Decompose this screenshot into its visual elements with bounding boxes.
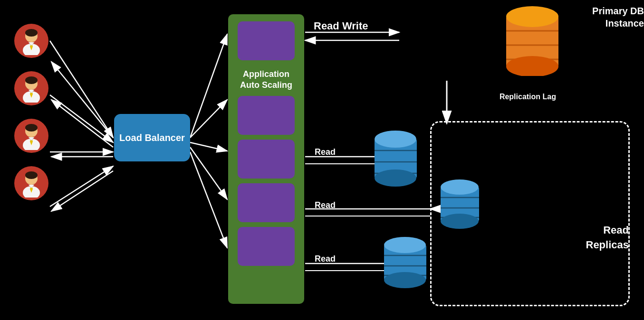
app-box-1 [238,21,295,60]
user-avatar-4 [14,166,48,200]
svg-point-40 [25,124,38,132]
svg-point-26 [25,29,38,37]
user-avatar-3 [14,119,48,153]
load-balancer-label: Load Balancer [119,132,185,143]
read-label-3: Read [315,254,336,264]
svg-point-33 [25,76,38,84]
svg-point-60 [375,131,416,148]
replication-lag-label: Replication Lag [500,93,556,101]
read-write-label: Read Write [314,20,368,32]
app-scaling-label: ApplicationAuto Scaling [240,69,292,91]
svg-point-76 [384,272,426,288]
svg-point-72 [384,237,426,253]
replica-db-2 [437,176,482,232]
svg-line-15 [190,152,227,248]
replica-db-3 [380,233,430,292]
app-box-2 [238,96,295,135]
svg-line-3 [50,41,113,138]
svg-point-66 [441,179,479,195]
svg-line-12 [190,100,227,138]
svg-line-9 [50,166,113,207]
svg-line-13 [190,142,227,151]
primary-db-label: Primary DBInstance [568,5,644,29]
svg-line-4 [51,62,113,138]
svg-point-64 [375,169,416,187]
svg-line-10 [51,171,113,211]
user-avatar-2 [14,71,48,105]
user-avatar-1 [14,24,48,58]
svg-point-70 [441,214,479,229]
users-column [14,24,48,200]
app-box-5 [238,227,295,266]
read-label-2: Read [315,200,336,210]
primary-db-icon [501,0,563,78]
svg-line-5 [50,95,113,142]
svg-line-14 [190,147,227,199]
svg-line-6 [51,100,113,147]
svg-line-11 [190,34,227,138]
read-label-1: Read [315,147,336,157]
app-scaling-panel: ApplicationAuto Scaling [228,14,304,304]
diagram: Load Balancer ApplicationAuto Scaling Re… [0,0,644,320]
svg-point-58 [506,56,558,76]
svg-point-54 [506,6,558,27]
load-balancer: Load Balancer [114,114,190,161]
replica-db-1 [371,126,421,189]
app-box-4 [238,183,295,222]
replicas-label: ReadReplicas [586,223,629,253]
svg-point-47 [25,171,38,179]
app-box-3 [238,140,295,179]
